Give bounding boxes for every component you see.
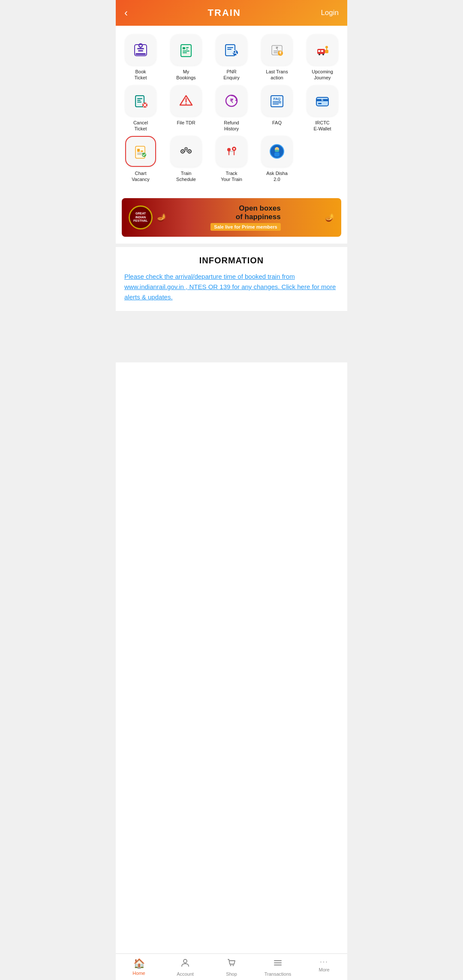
nav-home[interactable]: 🏠 Home: [116, 958, 162, 977]
banner-title-line2: of happiness: [210, 213, 280, 221]
main-content: BookTicket MyBookings: [116, 26, 347, 980]
svg-rect-10: [186, 49, 188, 50]
book-ticket-label: BookTicket: [135, 69, 147, 81]
faq-item[interactable]: FAQ FAQ: [256, 85, 298, 132]
my-bookings-item[interactable]: MyBookings: [165, 34, 207, 81]
nav-home-label: Home: [132, 971, 145, 976]
svg-point-69: [186, 148, 186, 149]
nav-shop-label: Shop: [226, 971, 237, 977]
svg-rect-77: [275, 150, 279, 152]
svg-rect-51: [273, 103, 281, 103]
svg-rect-56: [318, 103, 322, 104]
track-your-train-icon-box: [216, 136, 247, 167]
svg-rect-23: [274, 52, 278, 53]
nav-more-label: More: [319, 967, 329, 972]
refund-history-icon: ₹: [223, 92, 240, 109]
irctc-ewallet-label: IRCTCE-Wallet: [313, 120, 331, 132]
ask-disha-item[interactable]: Ask Disha2.0: [256, 136, 298, 183]
file-tdr-icon: [177, 92, 195, 109]
svg-rect-37: [137, 100, 141, 101]
svg-point-32: [325, 46, 328, 48]
svg-rect-8: [183, 47, 185, 49]
my-bookings-icon: [177, 41, 195, 58]
cancel-ticket-label: CancelTicket: [133, 120, 148, 132]
train-schedule-label: TrainSchedule: [176, 170, 196, 183]
banner-circle-text: GREATINDIANFESTIVAL: [133, 212, 147, 223]
svg-rect-59: [141, 151, 143, 152]
information-section: INFORMATION Please check the arrival/dep…: [116, 244, 347, 311]
grey-spacer: [116, 311, 347, 362]
nav-account[interactable]: Account: [162, 958, 208, 977]
file-tdr-label: File TDR: [177, 120, 195, 126]
svg-rect-11: [183, 51, 189, 51]
svg-point-79: [230, 965, 232, 966]
svg-rect-38: [137, 102, 141, 103]
irctc-ewallet-icon: E: [314, 92, 331, 109]
train-schedule-item[interactable]: TrainSchedule: [165, 136, 207, 183]
last-transaction-icon-box: ₹ ₹: [262, 34, 292, 65]
track-your-train-label: TrackYour Train: [221, 170, 242, 183]
cancel-ticket-item[interactable]: CancelTicket: [120, 85, 161, 132]
chart-vacancy-icon: [132, 143, 149, 160]
nav-transactions[interactable]: Transactions: [255, 958, 301, 977]
upcoming-journey-label: UpcomingJourney: [312, 69, 333, 81]
icon-grid-section: BookTicket MyBookings: [116, 26, 347, 191]
nav-more[interactable]: ··· More: [301, 958, 347, 977]
back-button[interactable]: ‹: [124, 7, 128, 19]
svg-rect-50: [273, 101, 281, 102]
svg-rect-61: [137, 154, 141, 155]
svg-rect-36: [137, 98, 142, 99]
svg-rect-60: [137, 153, 143, 154]
more-icon: ···: [320, 958, 328, 966]
svg-text:FAQ: FAQ: [274, 97, 280, 101]
chart-vacancy-item[interactable]: ChartVacancy: [120, 136, 161, 183]
svg-rect-16: [227, 49, 232, 50]
my-bookings-icon-box: [171, 34, 201, 65]
refund-history-item[interactable]: ₹ RefundHistory: [211, 85, 252, 132]
svg-point-66: [189, 151, 190, 152]
file-tdr-item[interactable]: File TDR: [165, 85, 207, 132]
ask-disha-icon: [268, 143, 286, 160]
page-title: TRAIN: [208, 7, 241, 18]
svg-rect-0: [135, 53, 146, 55]
svg-text:₹: ₹: [279, 51, 282, 55]
nav-shop[interactable]: Shop: [208, 958, 255, 977]
svg-point-80: [233, 965, 234, 966]
chart-vacancy-label: ChartVacancy: [132, 170, 149, 183]
irctc-ewallet-item[interactable]: E IRCTCE-Wallet: [302, 85, 343, 132]
book-ticket-item[interactable]: BookTicket: [120, 34, 161, 81]
banner-decoration-right: 🪔: [325, 213, 334, 222]
login-button[interactable]: Login: [321, 9, 339, 17]
grid-row-3: ChartVacancy TrainSchedule: [120, 136, 343, 183]
promo-banner[interactable]: GREATINDIANFESTIVAL 🪔 Open boxes of happ…: [122, 198, 341, 237]
pnr-enquiry-label: PNREnquiry: [223, 69, 239, 81]
file-tdr-icon-box: [171, 85, 201, 116]
information-title: INFORMATION: [124, 256, 339, 265]
svg-text:₹: ₹: [276, 46, 278, 51]
svg-rect-2: [138, 50, 143, 51]
svg-rect-27: [318, 50, 320, 52]
information-body[interactable]: Please check the arrival/departure time …: [124, 271, 339, 302]
svg-rect-31: [325, 50, 328, 53]
banner-right: Open boxes of happiness Sale live for Pr…: [210, 204, 280, 231]
svg-point-78: [183, 959, 187, 963]
nav-account-label: Account: [177, 971, 194, 977]
refund-history-icon-box: ₹: [216, 85, 247, 116]
ask-disha-icon-box: [262, 136, 292, 167]
account-icon: [180, 958, 190, 970]
faq-label: FAQ: [272, 120, 282, 126]
refund-history-label: RefundHistory: [224, 120, 239, 132]
banner-decoration-left: 🪔: [157, 213, 166, 222]
svg-point-44: [186, 103, 187, 104]
train-schedule-icon: [177, 143, 195, 160]
last-transaction-icon: ₹ ₹: [268, 41, 286, 58]
grid-row-1: BookTicket MyBookings: [120, 34, 343, 81]
track-your-train-item[interactable]: TrackYour Train: [211, 136, 252, 183]
svg-text:E: E: [322, 98, 324, 101]
svg-rect-15: [227, 47, 233, 48]
banner-title-line1: Open boxes: [210, 204, 280, 213]
faq-icon: FAQ: [268, 92, 286, 109]
last-transaction-item[interactable]: ₹ ₹ Last Transaction: [256, 34, 298, 81]
upcoming-journey-item[interactable]: UpcomingJourney: [302, 34, 343, 81]
pnr-enquiry-item[interactable]: PNREnquiry: [211, 34, 252, 81]
